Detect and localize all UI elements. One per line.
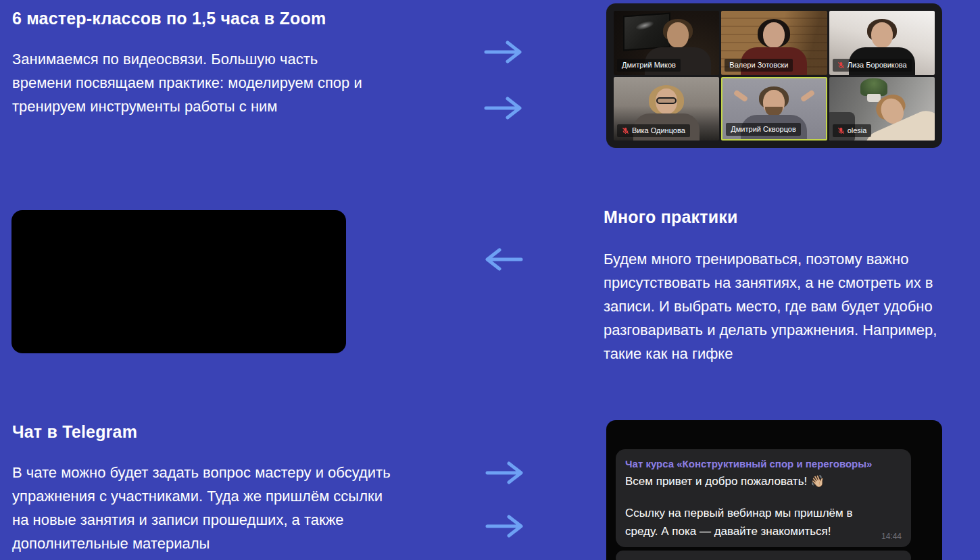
tv-screen xyxy=(623,13,670,51)
muted-mic-icon xyxy=(837,127,845,134)
telegram-chat-title: Чат курса «Конструктивный спор и перегов… xyxy=(625,457,902,470)
zoom-participant-tile: Лиза Боровикова xyxy=(829,11,935,75)
telegram-message-text: Всем привет и добро пожаловать! 👋🏼 xyxy=(625,474,902,490)
text-line: на новые занятия и записи прошедших, а т… xyxy=(12,508,391,532)
arrow-right-icon xyxy=(484,95,523,121)
practice-section-body: Будем много тренироваться, поэтому важно… xyxy=(604,247,937,365)
zoom-section-heading: 6 мастер-классов по 1,5 часа в Zoom xyxy=(12,8,362,28)
landing-section: 6 мастер-классов по 1,5 часа в Zoom Зани… xyxy=(0,0,980,560)
text-line: времени посвящаем практике: моделируем с… xyxy=(12,71,362,95)
arrow-right-icon xyxy=(484,39,523,65)
practice-section: Много практики Будем много тренироваться… xyxy=(604,207,937,365)
participant-nametag: Дмитрий Миков xyxy=(617,59,681,72)
pointing-hand xyxy=(800,89,815,102)
zoom-call-screenshot: Дмитрий Миков Валери Зотовски xyxy=(606,3,942,148)
participant-nametag: Валери Зотовски xyxy=(725,59,793,72)
text-line: В чате можно будет задать вопрос мастеру… xyxy=(12,461,391,484)
participant-nametag: Вика Одинцова xyxy=(617,124,690,137)
zoom-participant-tile: Дмитрий Миков xyxy=(614,11,719,75)
arrow-right-icon xyxy=(485,460,524,486)
participant-name: Дмитрий Миков xyxy=(622,60,676,70)
arrow-right-icon xyxy=(485,513,524,539)
text-line: упражнения с участниками. Туда же пришлё… xyxy=(12,484,391,508)
text-line: присутствовать на занятиях, а не смотрет… xyxy=(604,271,937,295)
participant-name: Валери Зотовски xyxy=(729,60,788,70)
zoom-participant-tile: olesia xyxy=(829,77,935,141)
participant-nametag: olesia xyxy=(833,124,872,137)
muted-mic-icon xyxy=(622,127,629,134)
text-line: тренируем инструменты работы с ним xyxy=(12,95,362,118)
text-line: среду. А пока — давайте знакомиться! xyxy=(625,522,902,540)
text-line: Будем много тренироваться, поэтому важно xyxy=(604,247,937,271)
practice-section-heading: Много практики xyxy=(604,207,937,227)
text-line: записи. И выбрать место, где вам будет у… xyxy=(604,295,937,318)
glasses xyxy=(656,97,677,104)
text-line: такие как на гифке xyxy=(604,342,937,365)
muted-mic-icon xyxy=(837,61,845,69)
telegram-section: Чат в Telegram В чате можно будет задать… xyxy=(12,422,391,555)
plant-pot xyxy=(867,94,881,102)
text-line: разговаривать и делать упражнения. Напри… xyxy=(604,318,937,342)
participant-nametag: Дмитрий Скворцов xyxy=(726,123,801,136)
text-line: дополнительные материалы xyxy=(12,532,391,555)
participant-name: olesia xyxy=(848,126,867,136)
telegram-message-bubble: Чат курса «Конструктивный спор и перегов… xyxy=(616,449,911,547)
gif-video-placeholder xyxy=(11,210,346,353)
pointing-hand xyxy=(733,89,749,102)
zoom-section-body: Занимаемся по видеосвязи. Большую часть … xyxy=(12,47,362,118)
zoom-participant-tile-active-speaker: Дмитрий Скворцов xyxy=(721,77,827,141)
participant-name: Дмитрий Скворцов xyxy=(731,124,796,134)
plant xyxy=(860,78,887,96)
zoom-participant-tile: Вика Одинцова xyxy=(614,77,719,141)
zoom-section: 6 мастер-классов по 1,5 часа в Zoom Зани… xyxy=(12,8,362,118)
text-line: Занимаемся по видеосвязи. Большую часть xyxy=(12,47,362,71)
zoom-participant-tile: Валери Зотовски xyxy=(721,11,827,75)
participant-nametag: Лиза Боровикова xyxy=(833,59,912,72)
telegram-section-body: В чате можно будет задать вопрос мастеру… xyxy=(12,461,391,555)
message-timestamp: 14:44 xyxy=(881,532,902,541)
participant-name: Лиза Боровикова xyxy=(848,60,907,70)
text-line: Ссылку на первый вебинар мы пришлём в xyxy=(625,504,902,522)
participant-name: Вика Одинцова xyxy=(632,126,685,136)
telegram-section-heading: Чат в Telegram xyxy=(12,422,391,442)
telegram-chat-screenshot: Чат курса «Конструктивный спор и перегов… xyxy=(606,420,942,560)
telegram-next-bubble-partial xyxy=(616,551,911,560)
telegram-message-text: Ссылку на первый вебинар мы пришлём в ср… xyxy=(625,504,902,540)
arrow-left-icon xyxy=(484,247,523,272)
